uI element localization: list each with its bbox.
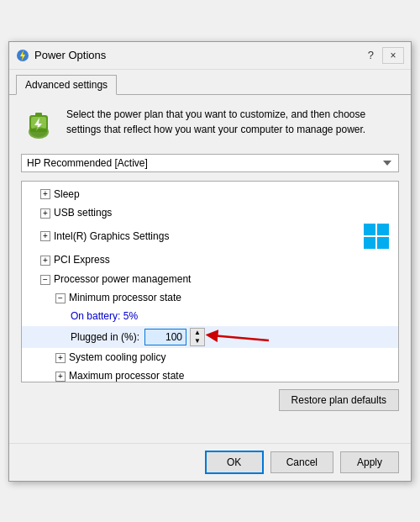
footer: OK Cancel Apply [9,443,411,481]
proc-mgmt-expand-icon[interactable]: − [40,275,50,285]
tree-item-on-battery: On battery: 5% [22,307,398,325]
tree-item-sleep[interactable]: +Sleep [22,185,398,203]
intel-expand-icon[interactable]: + [40,231,50,241]
title-bar-left: Power Options [16,49,106,62]
red-arrow-icon [203,324,270,349]
svg-rect-9 [377,224,389,235]
tree-item-pci[interactable]: +PCI Express [22,250,398,269]
settings-tree[interactable]: +Sleep +USB settings +Intel(R) Graphics … [21,181,399,382]
tree-item-plugged-in[interactable]: Plugged in (%): ▲ ▼ [22,326,398,348]
title-bar-controls: ? × [365,47,404,64]
tree-item-min-proc-state[interactable]: −Minimum processor state [22,288,398,307]
min-proc-expand-icon[interactable]: − [55,293,66,303]
tree-item-max-proc-state[interactable]: +Maximum processor state [22,366,398,382]
sleep-expand-icon[interactable]: + [40,189,50,199]
svg-rect-4 [35,113,42,117]
spinbox-buttons[interactable]: ▲ ▼ [190,328,205,346]
spinbox-up-button[interactable]: ▲ [191,329,204,337]
tab-bar: Advanced settings [9,70,411,95]
restore-row: Restore plan defaults [21,389,399,419]
window-title: Power Options [34,49,106,61]
spinbox-down-button[interactable]: ▼ [191,337,204,345]
plan-dropdown[interactable]: HP Recommended [Active] [21,154,399,172]
svg-point-7 [30,127,47,137]
apply-button[interactable]: Apply [340,451,399,473]
usb-expand-icon[interactable]: + [40,208,50,219]
description-section: Select the power plan that you want to c… [21,107,399,142]
title-bar: Power Options ? × [9,42,411,70]
close-button[interactable]: × [382,47,404,64]
tree-item-cooling-policy[interactable]: +System cooling policy [22,348,398,366]
tree-item-processor-mgmt[interactable]: −Processor power management [22,270,398,288]
help-button[interactable]: ? [365,49,377,61]
main-content: Select the power plan that you want to c… [9,95,411,435]
cancel-button[interactable]: Cancel [270,451,333,473]
restore-defaults-button[interactable]: Restore plan defaults [279,389,399,411]
windows-logo-icon [363,223,390,250]
power-icon [16,49,29,62]
svg-rect-8 [364,224,375,235]
settings-tree-wrapper: +Sleep +USB settings +Intel(R) Graphics … [21,181,399,382]
cooling-expand-icon[interactable]: + [55,353,66,363]
battery-icon [21,107,56,142]
plugged-in-input[interactable] [144,329,186,345]
power-options-window: Power Options ? × Advanced settings Sele… [8,41,412,482]
plan-dropdown-row: HP Recommended [Active] [21,154,399,172]
tree-item-intel-graphics[interactable]: +Intel(R) Graphics Settings [22,222,398,250]
tree-item-usb[interactable]: +USB settings [22,203,398,222]
description-text: Select the power plan that you want to c… [66,107,399,137]
ok-button[interactable]: OK [205,451,264,474]
svg-line-13 [212,335,269,340]
max-proc-expand-icon[interactable]: + [55,372,66,382]
tab-advanced-settings[interactable]: Advanced settings [16,75,117,95]
plugged-in-spinbox-area[interactable]: ▲ ▼ [144,328,205,346]
svg-rect-11 [377,237,389,249]
pci-expand-icon[interactable]: + [40,256,50,266]
svg-rect-10 [364,237,375,249]
